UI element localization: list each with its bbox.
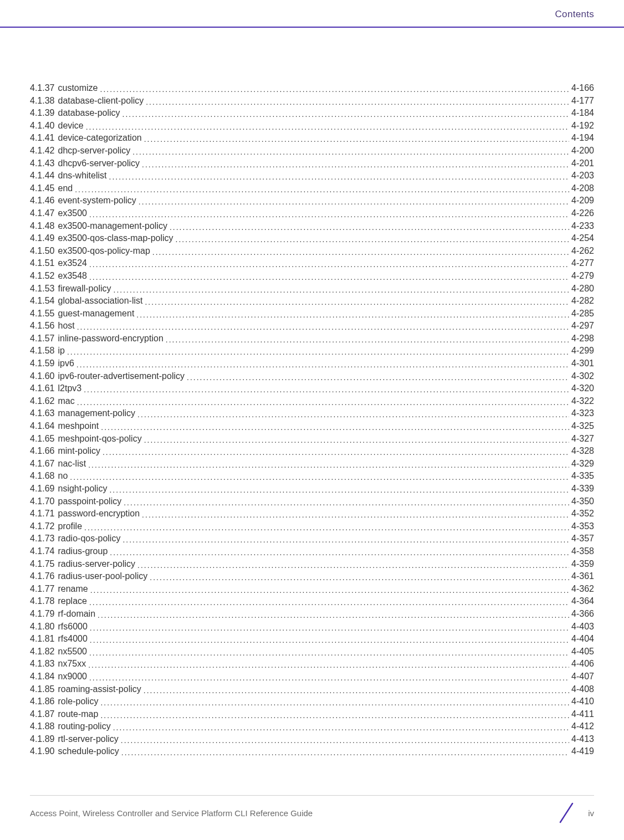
toc-entry-page: 4-359	[569, 558, 594, 571]
toc-entry-number: 4.1.50	[30, 245, 58, 258]
table-of-contents: 4.1.37customize4-1664.1.38database-clien…	[30, 31, 594, 758]
toc-entry[interactable]: 4.1.78replace4-364	[30, 595, 594, 608]
toc-entry[interactable]: 4.1.64meshpoint4-325	[30, 420, 594, 433]
toc-entry[interactable]: 4.1.73radio-qos-policy4-357	[30, 532, 594, 545]
toc-entry-page: 4-329	[569, 458, 594, 470]
toc-entry[interactable]: 4.1.42dhcp-server-policy4-200	[30, 145, 594, 157]
toc-entry[interactable]: 4.1.56host4-297	[30, 320, 594, 332]
toc-entry[interactable]: 4.1.46event-system-policy4-209	[30, 194, 594, 207]
toc-leader-dots	[142, 158, 569, 171]
toc-entry-page: 4-328	[569, 445, 594, 458]
toc-entry-page: 4-323	[569, 407, 594, 420]
toc-entry-page: 4-302	[569, 370, 594, 383]
toc-entry[interactable]: 4.1.81rfs40004-404	[30, 633, 594, 646]
toc-entry-number: 4.1.71	[30, 508, 58, 520]
toc-entry[interactable]: 4.1.88routing-policy4-412	[30, 720, 594, 733]
toc-entry-page: 4-407	[569, 670, 594, 683]
toc-leader-dots	[132, 146, 569, 158]
toc-leader-dots	[150, 571, 569, 584]
toc-entry-number: 4.1.43	[30, 157, 58, 170]
toc-entry[interactable]: 4.1.84nx90004-407	[30, 670, 594, 683]
toc-entry[interactable]: 4.1.55guest-management4-285	[30, 308, 594, 320]
toc-entry[interactable]: 4.1.76radius-user-pool-policy4-361	[30, 570, 594, 583]
toc-entry[interactable]: 4.1.44dns-whitelist4-203	[30, 170, 594, 182]
toc-entry[interactable]: 4.1.80rfs60004-403	[30, 621, 594, 633]
toc-entry[interactable]: 4.1.82nx55004-405	[30, 646, 594, 658]
toc-entry-number: 4.1.41	[30, 132, 58, 145]
toc-entry[interactable]: 4.1.68no4-335	[30, 470, 594, 483]
toc-entry[interactable]: 4.1.89rtl-server-policy4-413	[30, 733, 594, 746]
toc-entry-title: nx9000	[58, 670, 89, 683]
toc-entry[interactable]: 4.1.41device-categorization4-194	[30, 132, 594, 145]
toc-entry-page: 4-297	[569, 320, 594, 332]
toc-entry-title: mac	[58, 395, 76, 408]
toc-entry[interactable]: 4.1.52ex35484-279	[30, 270, 594, 283]
toc-entry-page: 4-327	[569, 433, 594, 445]
toc-entry-title: ex3500-management-policy	[58, 220, 169, 233]
toc-entry[interactable]: 4.1.51ex35244-277	[30, 257, 594, 270]
toc-entry[interactable]: 4.1.53firewall-policy4-280	[30, 283, 594, 295]
toc-entry[interactable]: 4.1.47ex35004-226	[30, 207, 594, 220]
toc-entry-page: 4-208	[569, 182, 594, 195]
toc-entry-page: 4-226	[569, 207, 594, 220]
toc-entry[interactable]: 4.1.83nx75xx4-406	[30, 658, 594, 670]
toc-entry-page: 4-405	[569, 646, 594, 658]
toc-entry-page: 4-320	[569, 382, 594, 395]
toc-entry[interactable]: 4.1.86role-policy4-410	[30, 695, 594, 708]
toc-entry-number: 4.1.64	[30, 420, 58, 433]
toc-entry-number: 4.1.80	[30, 621, 58, 633]
toc-entry[interactable]: 4.1.61l2tpv34-320	[30, 382, 594, 395]
toc-entry[interactable]: 4.1.69nsight-policy4-339	[30, 483, 594, 495]
toc-entry-title: roaming-assist-policy	[58, 683, 143, 696]
toc-entry[interactable]: 4.1.37customize4-166	[30, 82, 594, 95]
toc-entry[interactable]: 4.1.48ex3500-management-policy4-233	[30, 220, 594, 233]
toc-entry[interactable]: 4.1.66mint-policy4-328	[30, 445, 594, 458]
toc-entry-page: 4-413	[569, 733, 594, 746]
toc-entry[interactable]: 4.1.65meshpoint-qos-policy4-327	[30, 433, 594, 445]
toc-leader-dots	[114, 284, 570, 296]
toc-entry[interactable]: 4.1.79rf-domain4-366	[30, 608, 594, 621]
header-title: Contents	[555, 9, 594, 20]
toc-entry-number: 4.1.59	[30, 357, 58, 370]
toc-entry[interactable]: 4.1.74radius-group4-358	[30, 545, 594, 558]
toc-entry[interactable]: 4.1.67nac-list4-329	[30, 458, 594, 470]
toc-entry-number: 4.1.88	[30, 720, 58, 733]
toc-entry[interactable]: 4.1.54global-association-list4-282	[30, 295, 594, 308]
toc-entry-title: end	[58, 182, 75, 195]
toc-leader-dots	[137, 408, 569, 421]
toc-entry[interactable]: 4.1.58ip4-299	[30, 345, 594, 357]
toc-entry[interactable]: 4.1.40device4-192	[30, 120, 594, 132]
toc-entry-title: firewall-policy	[58, 283, 113, 295]
toc-entry[interactable]: 4.1.90schedule-policy4-419	[30, 745, 594, 758]
toc-entry[interactable]: 4.1.38database-client-policy4-177	[30, 95, 594, 107]
toc-entry[interactable]: 4.1.70passpoint-policy4-350	[30, 495, 594, 508]
toc-entry[interactable]: 4.1.72profile4-353	[30, 520, 594, 533]
toc-entry-number: 4.1.87	[30, 708, 58, 721]
toc-entry[interactable]: 4.1.43dhcpv6-server-policy4-201	[30, 157, 594, 170]
toc-entry[interactable]: 4.1.49ex3500-qos-class-map-policy4-254	[30, 232, 594, 245]
toc-entry[interactable]: 4.1.62mac4-322	[30, 395, 594, 408]
toc-entry-title: nsight-policy	[58, 483, 109, 495]
toc-leader-dots	[89, 672, 569, 684]
toc-entry[interactable]: 4.1.75radius-server-policy4-359	[30, 558, 594, 571]
toc-entry-title: database-policy	[58, 107, 122, 120]
toc-entry[interactable]: 4.1.63management-policy4-323	[30, 407, 594, 420]
toc-entry-page: 4-301	[569, 357, 594, 370]
toc-entry[interactable]: 4.1.57inline-password-encryption4-298	[30, 332, 594, 345]
toc-entry-page: 4-277	[569, 257, 594, 270]
toc-entry-number: 4.1.79	[30, 608, 58, 621]
toc-entry[interactable]: 4.1.71password-encryption4-352	[30, 508, 594, 520]
toc-entry[interactable]: 4.1.45end4-208	[30, 182, 594, 195]
toc-entry[interactable]: 4.1.39database-policy4-184	[30, 107, 594, 120]
toc-entry-title: schedule-policy	[58, 745, 121, 758]
toc-entry[interactable]: 4.1.60ipv6-router-advertisement-policy4-…	[30, 370, 594, 383]
toc-entry-number: 4.1.73	[30, 532, 58, 545]
toc-entry[interactable]: 4.1.77rename4-362	[30, 583, 594, 596]
toc-entry-number: 4.1.90	[30, 745, 58, 758]
toc-entry[interactable]: 4.1.85roaming-assist-policy4-408	[30, 683, 594, 696]
toc-entry[interactable]: 4.1.50ex3500-qos-policy-map4-262	[30, 245, 594, 258]
toc-entry[interactable]: 4.1.87route-map4-411	[30, 708, 594, 721]
toc-leader-dots	[90, 584, 569, 597]
toc-entry-number: 4.1.68	[30, 470, 58, 483]
toc-entry[interactable]: 4.1.59ipv64-301	[30, 357, 594, 370]
